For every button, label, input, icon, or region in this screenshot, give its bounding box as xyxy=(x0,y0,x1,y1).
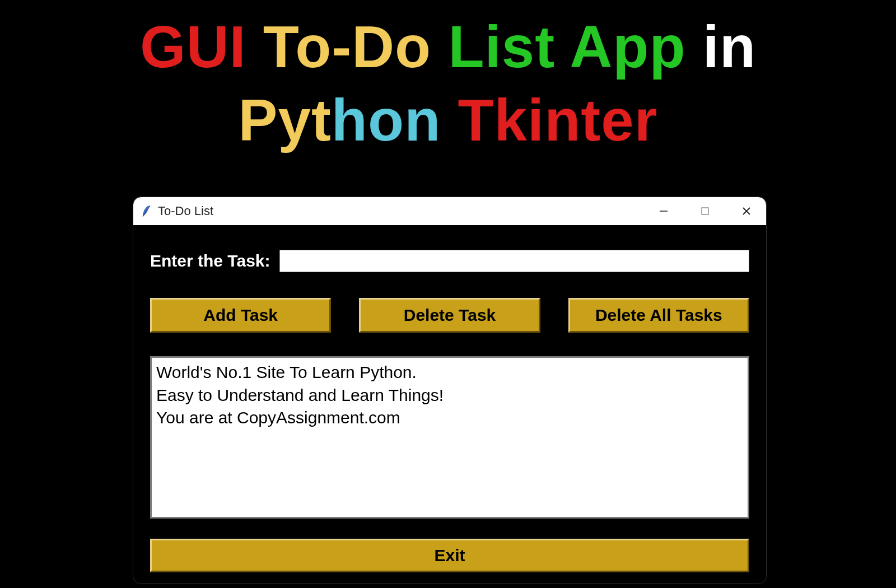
headline-word-pyt: Pyt xyxy=(238,87,331,153)
task-input[interactable] xyxy=(279,250,750,272)
maximize-button[interactable] xyxy=(698,204,712,218)
headline-word-gui: GUI xyxy=(140,14,246,80)
exit-button[interactable]: Exit xyxy=(150,539,749,572)
task-input-label: Enter the Task: xyxy=(150,251,270,270)
action-button-row: Add Task Delete Task Delete All Tasks xyxy=(150,298,749,333)
list-item[interactable]: You are at CopyAssignment.com xyxy=(156,407,743,430)
add-task-button[interactable]: Add Task xyxy=(150,298,331,333)
titlebar[interactable]: To-Do List xyxy=(133,197,766,225)
client-area: Enter the Task: Add Task Delete Task Del… xyxy=(133,225,766,584)
page-headline: GUI To-Do List App in Python Tkinter xyxy=(0,0,896,157)
window-title: To-Do List xyxy=(158,204,650,218)
minimize-button[interactable] xyxy=(656,204,671,218)
app-icon xyxy=(141,205,151,217)
app-window: To-Do List Enter the Task: Add Task xyxy=(133,197,766,584)
delete-all-tasks-button[interactable]: Delete All Tasks xyxy=(568,298,749,333)
headline-word-tkinter: Tkinter xyxy=(458,87,657,153)
headline-word-todo: To-Do xyxy=(263,14,431,80)
headline-word-in: in xyxy=(703,14,756,80)
list-item[interactable]: World's No.1 Site To Learn Python. xyxy=(156,361,743,384)
headline-word-list: List xyxy=(448,14,555,80)
list-item[interactable]: Easy to Understand and Learn Things! xyxy=(156,384,743,407)
task-input-row: Enter the Task: xyxy=(150,250,749,272)
headline-word-app: App xyxy=(570,14,685,80)
window-controls xyxy=(656,204,758,218)
headline-word-hon: hon xyxy=(332,87,441,153)
svg-rect-1 xyxy=(702,208,708,214)
close-button[interactable] xyxy=(739,204,754,218)
task-listbox[interactable]: World's No.1 Site To Learn Python. Easy … xyxy=(150,356,749,519)
delete-task-button[interactable]: Delete Task xyxy=(359,298,540,333)
